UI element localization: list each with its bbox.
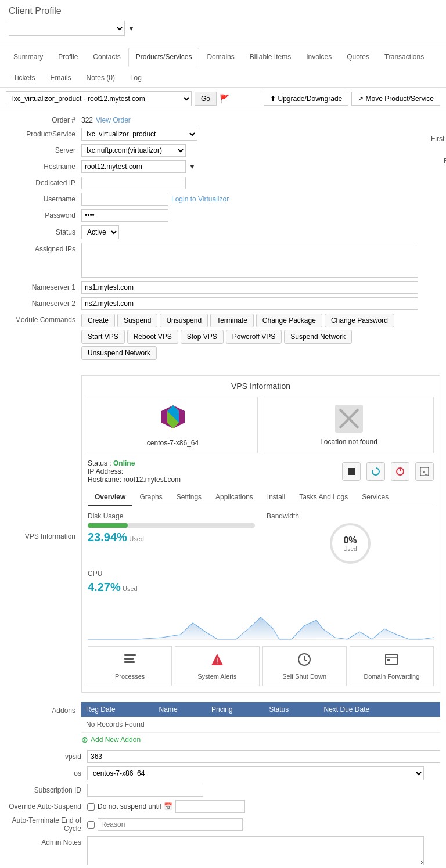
tab-transactions[interactable]: Transactions [377,48,431,66]
os-icon [159,403,187,436]
product-select-field[interactable]: lxc_virtualizor_product [81,128,197,141]
vps-top-boxes: centos-7-x86_64 Location not found [88,397,434,453]
cmd-suspend[interactable]: Suspend [117,314,157,327]
add-addon-plus-icon: ⊕ [81,735,88,744]
reg-date-label: Registration Date [430,118,446,127]
col-next-due: Next Due Date [319,702,422,717]
product-select[interactable]: lxc_virtualizor_product - root12.mytest.… [6,91,192,106]
vpsid-input[interactable] [87,750,440,763]
upgrade-downgrade-button[interactable]: ⬆ Upgrade/Downgrade [264,92,348,106]
vps-tab-install[interactable]: Install [260,489,292,506]
tab-billable-items[interactable]: Billable Items [242,48,298,66]
cmd-suspend-network[interactable]: Suspend Network [284,330,352,344]
form-right: Registration Date 📅 First Payment Amount… [430,116,446,363]
domain-forwarding-icon-box[interactable]: Domain Forwarding [350,646,434,686]
ns2-input[interactable] [81,297,418,310]
cmd-change-password[interactable]: Change Password [325,314,394,327]
override-suspend-checkbox[interactable] [87,803,95,811]
tab-notes[interactable]: Notes (0) [79,69,123,87]
hostname-label: Hostname [6,163,81,171]
tab-products-services[interactable]: Products/Services [128,48,200,67]
vps-tab-services[interactable]: Services [355,489,395,506]
stop-action-button[interactable] [342,462,361,481]
client-select[interactable] [9,21,125,36]
subscription-id-input[interactable] [87,784,203,797]
col-name: Name [154,702,207,717]
server-label: Server [6,146,81,154]
login-virtualizor-link[interactable]: Login to Virtualizor [171,195,229,203]
reason-input[interactable] [98,818,243,831]
move-product-button[interactable]: ↗ Move Product/Service [351,92,440,106]
status-select[interactable]: Active [81,225,119,239]
disk-progress-bg [88,523,255,528]
os-value: centos-7-x86_64 [87,766,440,780]
module-commands-container: Create Suspend Unsuspend Terminate Chang… [81,314,418,360]
go-button[interactable]: Go [195,92,217,106]
ip-line: IP Address: [88,467,336,476]
cmd-unsuspend[interactable]: Unsuspend [160,314,208,327]
dedicated-ip-input[interactable] [81,177,186,189]
termination-label: Termination Date [430,190,446,199]
tab-domains[interactable]: Domains [199,48,242,66]
cmd-stop-vps[interactable]: Stop VPS [181,330,224,344]
terminal-action-button[interactable]: >_ [415,462,434,481]
vps-tab-graphs[interactable]: Graphs [132,489,169,506]
vps-tab-tasks-logs[interactable]: Tasks And Logs [292,489,355,506]
self-shutdown-icon-box[interactable]: Self Shut Down [262,646,347,686]
processes-icon-box[interactable]: Processes [88,646,172,686]
addons-row: Addons Reg Date Name Pricing Status Next… [6,702,440,747]
os-select[interactable]: centos-7-x86_64 [87,766,424,780]
move-icon: ↗ [358,95,364,103]
system-alerts-label: System Alerts [181,673,253,680]
override-auto-suspend-value: Do not suspend until 📅 [87,800,440,813]
cmd-unsuspend-network[interactable]: Unsuspend Network [81,346,157,360]
reg-date-row: Registration Date 📅 [430,116,446,129]
vps-status-row: Status : Online IP Address: Hostname: ro… [88,459,434,484]
tab-contacts[interactable]: Contacts [85,48,128,66]
disk-usage-label: Disk Usage [88,512,255,520]
system-alerts-icon-box[interactable]: ! System Alerts [175,646,259,686]
assigned-ips-box[interactable] [81,243,418,278]
cmd-terminate[interactable]: Terminate [210,314,254,327]
cmd-change-package[interactable]: Change Package [256,314,322,327]
order-label: Order # [6,116,81,124]
suspend-date-input[interactable] [175,800,245,813]
svg-line-26 [304,660,307,661]
tab-quotes[interactable]: Quotes [339,48,377,66]
cmd-reboot-vps[interactable]: Reboot VPS [127,330,178,344]
server-select[interactable]: lxc.nuftp.com(virtualizor) [81,144,186,157]
tab-tickets[interactable]: Tickets [6,69,43,87]
server-row: Server lxc.nuftp.com(virtualizor) [6,144,418,157]
status-row: Status Active [6,225,418,239]
cmd-start-vps[interactable]: Start VPS [81,330,125,344]
svg-rect-20 [124,658,134,660]
hostname-input[interactable] [81,160,186,173]
tab-emails[interactable]: Emails [43,69,79,87]
vps-tab-settings[interactable]: Settings [170,489,208,506]
cmd-poweroff-vps[interactable]: Poweroff VPS [226,330,282,344]
view-order-link[interactable]: View Order [96,116,131,124]
cmd-create[interactable]: Create [81,314,115,327]
power-action-button[interactable] [391,462,409,481]
tab-summary[interactable]: Summary [6,48,51,66]
domain-forwarding-label: Domain Forwarding [356,673,427,680]
admin-notes-textarea[interactable] [87,836,424,865]
suspend-calendar-icon: 📅 [164,802,172,811]
restart-action-button[interactable] [366,462,385,481]
ns1-input[interactable] [81,281,418,294]
module-commands-value: Create Suspend Unsuspend Terminate Chang… [81,314,418,360]
tab-profile[interactable]: Profile [51,48,85,66]
stop-icon [347,467,356,476]
col-pricing: Pricing [207,702,264,717]
password-row: Password [6,209,418,222]
tab-invoices[interactable]: Invoices [298,48,339,66]
auto-terminate-checkbox[interactable] [87,821,95,829]
add-addon-button[interactable]: ⊕ Add New Addon [81,733,440,747]
tab-log[interactable]: Log [123,69,149,87]
password-input[interactable] [81,209,168,222]
vps-tab-overview[interactable]: Overview [88,489,132,506]
svg-rect-21 [124,661,135,663]
username-input[interactable] [81,193,168,206]
vps-tabs: Overview Graphs Settings Applications In… [88,489,434,506]
vps-tab-applications[interactable]: Applications [208,489,260,506]
